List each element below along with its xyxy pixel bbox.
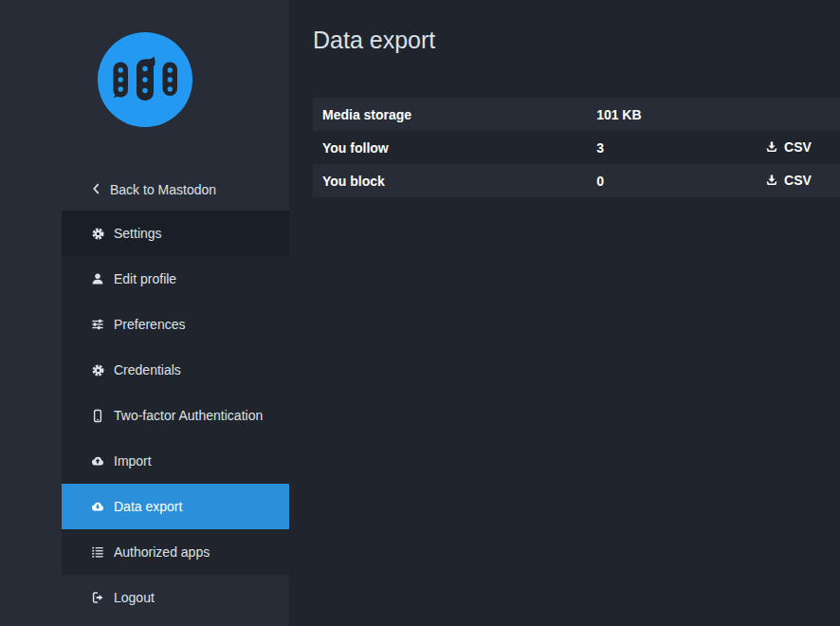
row-label: You block xyxy=(313,164,587,197)
sliders-icon xyxy=(90,318,105,331)
settings-nav-section: Settings Edit profile xyxy=(62,211,289,575)
sidebar: Back to Mastodon Settings xyxy=(0,0,289,626)
sidebar-item-data-export[interactable]: Data export xyxy=(62,484,289,529)
row-value: 3 xyxy=(587,131,756,164)
sidebar-item-label: Settings xyxy=(114,226,162,241)
gear-icon xyxy=(90,227,105,241)
back-link-label: Back to Mastodon xyxy=(110,182,216,197)
sidebar-item-label: Import xyxy=(114,453,152,469)
chevron-left-icon xyxy=(90,182,102,198)
sidebar-item-label: Two-factor Authentication xyxy=(114,408,263,423)
sidebar-item-label: Logout xyxy=(114,590,155,605)
sidebar-item-logout[interactable]: Logout xyxy=(62,575,289,620)
cloud-upload-icon xyxy=(90,454,105,468)
row-action: CSV xyxy=(756,164,840,197)
main-content: Data export Media storage 101 KB You fol… xyxy=(289,0,840,626)
mastodon-logo-icon xyxy=(98,32,192,127)
gear-icon xyxy=(90,363,105,377)
sidebar-item-settings[interactable]: Settings xyxy=(62,211,289,256)
csv-link-label: CSV xyxy=(784,139,812,155)
sidebar-item-authorized-apps[interactable]: Authorized apps xyxy=(62,529,289,575)
sidebar-item-label: Preferences xyxy=(114,317,185,332)
sidebar-item-label: Credentials xyxy=(114,362,181,377)
cloud-download-icon xyxy=(90,500,105,513)
user-icon xyxy=(90,272,105,285)
back-to-mastodon-link[interactable]: Back to Mastodon xyxy=(0,169,289,211)
sidebar-item-two-factor[interactable]: Two-factor Authentication xyxy=(62,393,289,438)
row-action: CSV xyxy=(756,131,840,164)
sidebar-item-label: Edit profile xyxy=(114,271,176,286)
csv-download-link[interactable]: CSV xyxy=(765,139,812,155)
sidebar-item-edit-profile[interactable]: Edit profile xyxy=(62,256,289,302)
list-icon xyxy=(90,545,105,559)
csv-link-label: CSV xyxy=(784,173,812,188)
row-value: 0 xyxy=(587,164,756,197)
sidebar-item-preferences[interactable]: Preferences xyxy=(62,302,289,347)
sidebar-item-credentials[interactable]: Credentials xyxy=(62,347,289,393)
csv-download-link[interactable]: CSV xyxy=(765,173,812,188)
sign-out-icon xyxy=(90,591,105,604)
row-label: You follow xyxy=(313,131,587,164)
logout-section: Logout xyxy=(62,575,289,620)
download-icon xyxy=(765,174,778,187)
mobile-phone-icon xyxy=(90,409,105,423)
table-row-you-block: You block 0 CSV xyxy=(313,164,840,197)
page-title: Data export xyxy=(313,25,840,55)
instance-logo xyxy=(0,0,289,127)
row-label: Media storage xyxy=(313,98,587,131)
data-export-table: Media storage 101 KB You follow 3 xyxy=(313,98,840,197)
table-row-media-storage: Media storage 101 KB xyxy=(313,98,840,131)
sidebar-item-import[interactable]: Import xyxy=(62,438,289,484)
download-icon xyxy=(765,140,778,154)
sidebar-item-label: Data export xyxy=(114,499,182,514)
table-row-you-follow: You follow 3 CSV xyxy=(313,131,840,164)
row-action-empty xyxy=(756,98,840,131)
sidebar-item-label: Authorized apps xyxy=(114,544,210,560)
mastodon-settings-window: Back to Mastodon Settings xyxy=(0,0,840,626)
row-value: 101 KB xyxy=(587,98,756,131)
